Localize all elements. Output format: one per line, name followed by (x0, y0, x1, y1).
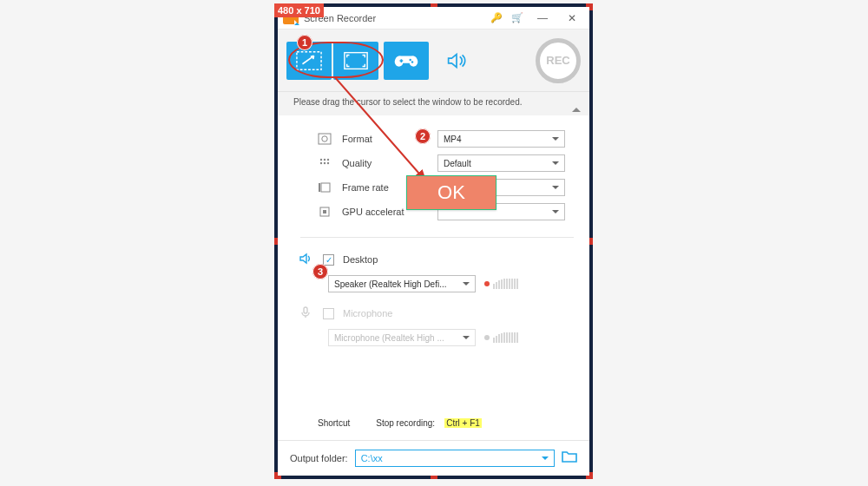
mode-region-button[interactable] (286, 42, 332, 80)
game-controller-icon (393, 49, 419, 72)
microphone-label: Microphone (343, 308, 392, 319)
app-window: Screen Recorder 🔑 🛒 — ✕ (278, 7, 589, 476)
hint-bar: Please drag the cursor to select the win… (278, 92, 589, 115)
output-footer: Output folder: C:\xx (278, 440, 589, 476)
format-select[interactable]: MP4 (437, 130, 565, 148)
mode-toolbar: REC (278, 30, 589, 92)
svg-point-7 (324, 159, 326, 161)
minimize-button[interactable]: — (530, 9, 555, 28)
settings-panel: Format MP4 Quality Default Frame rate 60… (278, 115, 589, 440)
svg-rect-13 (321, 183, 330, 192)
framerate-icon (318, 181, 333, 194)
svg-rect-16 (304, 307, 307, 313)
microphone-level-meter (484, 332, 518, 343)
svg-rect-0 (297, 51, 321, 69)
desktop-audio-icon (299, 252, 314, 267)
format-label: Format (342, 134, 429, 144)
gpu-select[interactable] (437, 203, 565, 220)
titlebar: Screen Recorder 🔑 🛒 — ✕ (278, 7, 589, 30)
mode-audio-button[interactable] (434, 42, 479, 80)
quality-label: Quality (342, 158, 429, 168)
svg-point-3 (411, 61, 413, 62)
svg-rect-12 (319, 183, 320, 192)
browse-folder-icon[interactable] (562, 450, 577, 467)
svg-point-9 (320, 162, 322, 164)
svg-rect-15 (323, 210, 326, 213)
svg-point-8 (327, 159, 329, 161)
microphone-device-select: Microphone (Realtek High ... (328, 329, 476, 346)
fullscreen-icon (343, 49, 369, 72)
microphone-checkbox[interactable] (323, 308, 334, 319)
svg-rect-4 (319, 134, 331, 144)
svg-point-2 (409, 58, 411, 60)
quality-icon (318, 156, 333, 170)
selection-dimensions: 480 x 710 (274, 3, 324, 17)
record-button[interactable]: REC (536, 38, 581, 83)
gpu-icon (318, 205, 333, 219)
speaker-icon (444, 49, 470, 72)
quality-select[interactable]: Default (437, 154, 565, 172)
output-label: Output folder: (290, 453, 348, 463)
select-region-icon (296, 49, 322, 72)
desktop-label: Desktop (343, 254, 378, 265)
output-path-select[interactable]: C:\xx (355, 450, 555, 467)
hint-text: Please drag the cursor to select the win… (293, 97, 522, 107)
desktop-checkbox[interactable]: ✓ (323, 254, 334, 266)
stop-recording-key: Ctrl + F1 (444, 418, 482, 428)
desktop-device-select[interactable]: Speaker (Realtek High Defi... (328, 275, 476, 292)
collapse-icon[interactable] (572, 103, 581, 112)
svg-point-5 (322, 136, 327, 141)
format-icon (318, 132, 333, 146)
cart-icon[interactable]: 🛒 (510, 12, 525, 23)
mode-fullscreen-button[interactable] (333, 42, 378, 80)
close-button[interactable]: ✕ (560, 9, 584, 28)
microphone-icon (299, 305, 314, 321)
gpu-label: GPU accelerat (342, 207, 429, 217)
shortcut-label: Shortcut (318, 418, 350, 428)
desktop-level-meter (484, 279, 518, 289)
svg-point-10 (324, 162, 326, 164)
svg-point-6 (320, 159, 322, 161)
framerate-label: Frame rate (342, 182, 429, 193)
svg-point-11 (327, 162, 329, 164)
mode-game-button[interactable] (384, 42, 429, 80)
key-icon[interactable]: 🔑 (489, 12, 504, 23)
stop-recording-label: Stop recording: (376, 418, 435, 428)
framerate-select[interactable]: 60 FPS (437, 179, 565, 196)
